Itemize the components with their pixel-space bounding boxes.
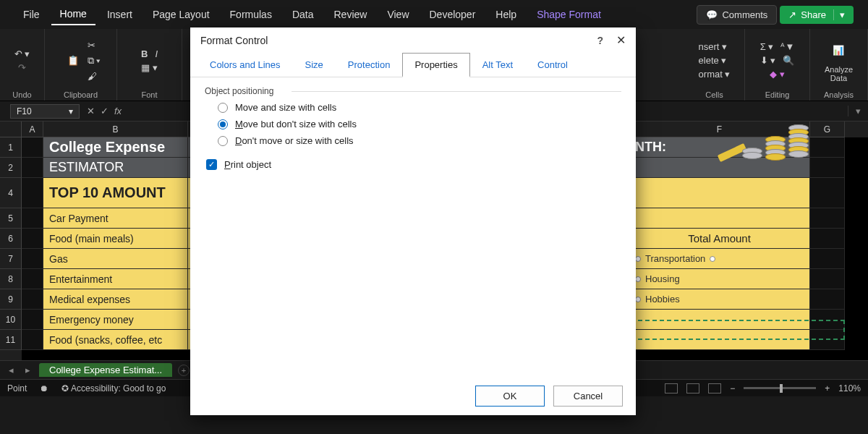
accessibility-status[interactable]: ✪ Accessibility: Good to go: [61, 383, 166, 393]
row-header[interactable]: 5: [0, 208, 22, 229]
add-sheet-button[interactable]: +: [178, 365, 190, 376]
paste-icon[interactable]: 📋: [61, 49, 85, 72]
tab-control[interactable]: Control: [525, 53, 580, 77]
tab-properties[interactable]: Properties: [402, 53, 469, 77]
col-header[interactable]: G: [810, 122, 845, 137]
zoom-level[interactable]: 110%: [838, 383, 861, 393]
dialog-body: Object positioning Move and size with ce…: [190, 77, 636, 377]
dialog-tabs: Colors and Lines Size Protection Propert…: [190, 53, 636, 77]
fill-icon[interactable]: ⬇ ▾: [760, 55, 776, 66]
row-header[interactable]: 11: [0, 330, 22, 350]
accept-formula-icon[interactable]: ✓: [101, 106, 109, 116]
help-icon[interactable]: ?: [597, 35, 603, 46]
analyze-data-icon[interactable]: 📊: [827, 39, 850, 62]
row-header[interactable]: 9: [0, 289, 22, 310]
radio-icon: [218, 119, 228, 129]
radio-no-move-size[interactable]: Don't move or size with cells: [218, 135, 621, 146]
ribbon-font-group: B I ▦ ▾ Font: [117, 29, 182, 101]
tab-colors-lines[interactable]: Colors and Lines: [197, 53, 293, 77]
zoom-slider[interactable]: [744, 387, 816, 389]
cancel-button[interactable]: Cancel: [553, 386, 623, 407]
selection-handle-icon[interactable]: [635, 297, 641, 302]
menu-help[interactable]: Help: [487, 4, 525, 25]
menu-view[interactable]: View: [378, 4, 417, 25]
menu-data[interactable]: Data: [284, 4, 323, 25]
selection-handle-icon[interactable]: [635, 256, 641, 262]
insert-cells-icon[interactable]: nsert ▾: [699, 41, 728, 52]
name-box[interactable]: F10 ▾: [10, 104, 80, 119]
row-header[interactable]: 2: [0, 158, 22, 178]
checkbox-print-object[interactable]: ✓ Print object: [206, 159, 621, 170]
checkbox-icon: ✓: [206, 159, 217, 170]
macro-record-icon[interactable]: ⏺: [40, 383, 48, 393]
ribbon-label-analysis: Analysis: [824, 90, 854, 99]
copy-icon[interactable]: ⧉ ▾: [88, 55, 101, 67]
col-header[interactable]: B: [43, 122, 188, 137]
fx-icon[interactable]: fx: [114, 106, 122, 116]
radio-move-no-size[interactable]: Move but don't size with cells: [218, 119, 621, 129]
menu-formulas[interactable]: Formulas: [221, 4, 281, 25]
autosum-icon[interactable]: Σ ▾: [760, 41, 774, 52]
chevron-down-icon: ▾: [69, 106, 73, 116]
zoom-in-icon[interactable]: +: [825, 383, 830, 393]
sheet-nav-prev-icon[interactable]: ◂: [6, 365, 17, 375]
delete-cells-icon[interactable]: elete ▾: [699, 55, 727, 66]
page-layout-view-icon[interactable]: [686, 383, 699, 393]
tab-alt-text[interactable]: Alt Text: [470, 53, 525, 77]
selection-handle-icon[interactable]: [710, 256, 715, 262]
cut-icon[interactable]: ✂: [88, 40, 101, 51]
close-icon[interactable]: ✕: [616, 33, 626, 47]
top10-label: TOP 10 AMOUNT: [43, 178, 188, 208]
radio-icon: [218, 136, 228, 146]
share-button[interactable]: ↗ Share ▾: [780, 6, 854, 24]
page-break-view-icon[interactable]: [708, 383, 721, 393]
mode-indicator: Point: [7, 383, 27, 393]
format-cells-icon[interactable]: ormat ▾: [699, 69, 731, 80]
row-header[interactable]: 4: [0, 178, 22, 208]
bold-button[interactable]: B: [141, 48, 148, 59]
undo-icon[interactable]: ↶ ▾: [14, 48, 30, 59]
row-header[interactable]: 10: [0, 310, 22, 330]
radio-label: Move but don't size with cells: [235, 119, 357, 129]
menu-review[interactable]: Review: [326, 4, 376, 25]
menu-developer[interactable]: Developer: [421, 4, 485, 25]
selection-handle-icon[interactable]: [635, 276, 641, 282]
col-header[interactable]: A: [22, 122, 43, 137]
sort-icon[interactable]: ᴬ▼: [780, 41, 794, 52]
row-header[interactable]: 8: [0, 269, 22, 289]
row-header[interactable]: 1: [0, 137, 22, 158]
tab-size[interactable]: Size: [293, 53, 336, 77]
menu-shape-format[interactable]: Shape Format: [528, 4, 610, 25]
italic-button[interactable]: I: [155, 48, 158, 59]
redo-icon[interactable]: ↷: [18, 62, 26, 73]
formula-expand-icon[interactable]: ▾: [848, 106, 868, 116]
comments-button[interactable]: 💬 Comments: [697, 5, 777, 25]
menu-home[interactable]: Home: [51, 4, 95, 25]
zoom-out-icon[interactable]: −: [730, 383, 735, 393]
tab-protection[interactable]: Protection: [336, 53, 403, 77]
sheet-tab[interactable]: College Expense Estimat...: [39, 363, 172, 377]
legend-item: Hobbies: [635, 294, 680, 305]
select-all-corner[interactable]: [0, 122, 22, 137]
find-icon[interactable]: 🔍: [783, 55, 794, 66]
row-header[interactable]: 7: [0, 249, 22, 269]
ribbon-label-font: Font: [141, 90, 157, 99]
menu-insert[interactable]: Insert: [98, 4, 141, 25]
share-label: Share: [801, 9, 826, 20]
sheet-nav-next-icon[interactable]: ▸: [22, 365, 33, 375]
menu-file[interactable]: File: [14, 4, 48, 25]
normal-view-icon[interactable]: [665, 383, 678, 393]
cancel-formula-icon[interactable]: ✕: [87, 106, 95, 116]
list-item: Medical expenses: [43, 289, 188, 310]
border-icon[interactable]: ▦ ▾: [141, 62, 158, 73]
clear-icon[interactable]: ◆ ▾: [770, 69, 785, 80]
radio-label: Move and size with cells: [235, 102, 336, 113]
row-header[interactable]: 6: [0, 229, 22, 249]
menu-page-layout[interactable]: Page Layout: [144, 4, 218, 25]
radio-move-size[interactable]: Move and size with cells: [218, 102, 621, 113]
format-painter-icon[interactable]: 🖌: [88, 71, 101, 82]
radio-icon: [218, 103, 228, 113]
ribbon-cells-group: nsert ▾ elete ▾ ormat ▾ Cells: [684, 29, 745, 101]
ok-button[interactable]: OK: [475, 386, 545, 407]
ribbon-undo-group: ↶ ▾ ↷ Undo: [0, 29, 45, 101]
